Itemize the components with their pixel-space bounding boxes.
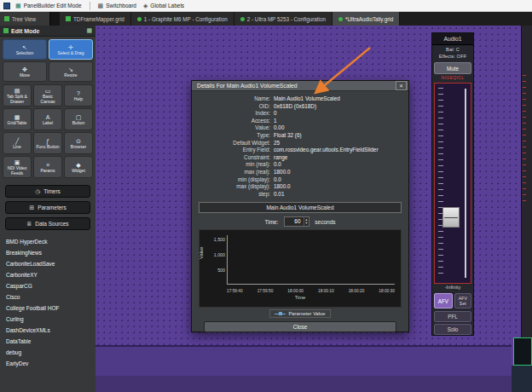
- tool-label: Line: [12, 145, 21, 150]
- canvas-band-lower[interactable]: [95, 376, 512, 392]
- tool-button[interactable]: ✥ Move: [3, 61, 47, 82]
- right-edge-panel[interactable]: [521, 26, 532, 337]
- field-label: min (real):: [199, 161, 274, 169]
- tree-item[interactable]: CarboniteLoadSave: [6, 258, 95, 269]
- dialog-title-bar[interactable]: Details For Main Audio1 VolumeScaled ✕: [192, 81, 408, 91]
- tool-label: Browser: [70, 145, 87, 150]
- menu-global-labels-label: Global Labels: [150, 3, 184, 9]
- field-label: Type:: [199, 132, 274, 140]
- tab-graphite-config[interactable]: 1 - Graphite M6 MP - Configuration: [131, 12, 234, 26]
- spinner-buttons: ▲ ▼: [304, 217, 309, 226]
- canvas-navy-block[interactable]: [512, 366, 532, 392]
- canvas-green-panel[interactable]: [513, 337, 532, 366]
- tab-tdframemapper[interactable]: TDFrameMapper.grid: [60, 12, 131, 26]
- tool-button[interactable]: ↘ Resize: [49, 61, 93, 82]
- field-value: 0.0: [274, 176, 281, 184]
- labels-icon: ◈: [143, 3, 147, 9]
- tool-button[interactable]: ▢ Button: [64, 108, 93, 130]
- tool-button[interactable]: ▣ NDI Video Feeds: [3, 156, 32, 178]
- menubar-divider: [90, 2, 90, 10]
- field-value: Main Audio1 VolumeScaled: [274, 95, 340, 103]
- tool-button[interactable]: ╱ Line: [3, 132, 32, 154]
- x-tick-label: 18:00:30: [379, 289, 395, 293]
- sidebar-header[interactable]: Edit Mode ▦: [0, 26, 95, 37]
- time-value[interactable]: 60: [285, 217, 304, 226]
- sidebar-title: Edit Mode: [11, 28, 39, 34]
- tab-ultraaudiotally[interactable]: *UltraAudioTally.grid: [332, 12, 400, 26]
- parameter-fields: Name: Main Audio1 VolumeScaled OID: 0x61…: [199, 95, 402, 198]
- tree-item[interactable]: DashDeviceXMLs: [6, 325, 95, 336]
- field-value: 0.01: [274, 191, 284, 199]
- time-spinner[interactable]: 60 ▲ ▼: [284, 216, 310, 227]
- tree-item[interactable]: debug: [6, 347, 95, 358]
- field-label: Index:: [199, 110, 274, 118]
- field-value: range: [274, 154, 287, 162]
- tree-item[interactable]: College Football HOF: [6, 303, 95, 314]
- field-value: 25: [274, 140, 280, 147]
- menu-global-labels[interactable]: ◈ Global Labels: [142, 3, 186, 9]
- field-value: 1800.0: [274, 183, 291, 191]
- section-button[interactable]: ≣ Data Sources: [5, 217, 90, 230]
- grid-icon: ▦: [86, 27, 92, 34]
- field-row: Access: 1: [199, 118, 402, 125]
- tool-button[interactable]: ✛ Select & Drag: [49, 39, 93, 60]
- field-label: Value:: [199, 124, 274, 132]
- y-tick-label: 1,500: [214, 237, 225, 242]
- panel-canvas[interactable]: Audio1 Bal: C Effects: OFF Mute NIGEQICL…: [95, 26, 532, 392]
- tree-item[interactable]: EarlyDev: [6, 358, 95, 369]
- volume-fader[interactable]: [434, 83, 471, 284]
- field-label: step:: [199, 191, 274, 199]
- tool-button[interactable]: ↖ Selection: [3, 39, 47, 60]
- tool-button[interactable]: ▤ Tab Split & Drawer: [3, 84, 32, 107]
- grid-file-icon: [66, 16, 71, 21]
- tool-label: Grid/Table: [7, 121, 28, 126]
- tool-button[interactable]: ≡ Params: [33, 156, 62, 178]
- tree-item[interactable]: Curling: [6, 314, 95, 325]
- tool-button[interactable]: ▦ Grid/Table: [3, 108, 32, 130]
- menu-switchboard-label: Switchboard: [106, 3, 136, 9]
- tool-label: Func Button: [36, 145, 61, 150]
- field-label: Access:: [199, 118, 274, 125]
- y-tick-label: 500: [217, 268, 225, 273]
- tree-item[interactable]: Cisco: [6, 291, 95, 303]
- close-icon[interactable]: ✕: [396, 81, 407, 90]
- field-label: max (real):: [199, 169, 274, 176]
- switchboard-icon: ▩: [98, 3, 104, 9]
- canvas-band-upper[interactable]: [95, 345, 512, 376]
- tree-item[interactable]: BreakingNews: [6, 247, 95, 258]
- time-row: Time: 60 ▲ ▼ seconds: [199, 216, 402, 227]
- afv-button[interactable]: AFV: [434, 293, 453, 308]
- tool-button[interactable]: A Label: [33, 108, 62, 130]
- afv-set-button[interactable]: AFV Set: [454, 293, 471, 308]
- field-label: Constraint:: [199, 154, 274, 162]
- tool-button[interactable]: ? Help: [64, 84, 93, 107]
- tree-item[interactable]: CarboniteXY: [6, 269, 95, 280]
- details-dialog: Details For Main Audio1 VolumeScaled ✕ N…: [191, 80, 409, 332]
- tree-item[interactable]: DataTable: [6, 336, 95, 347]
- mute-button[interactable]: Mute: [434, 62, 471, 74]
- tool-button[interactable]: ◆ Widget: [64, 156, 93, 178]
- spin-down-icon[interactable]: ▼: [305, 222, 309, 225]
- fader-handle[interactable]: [442, 207, 460, 228]
- close-button[interactable]: Close: [204, 321, 396, 332]
- section-button[interactable]: ⊞ Parameters: [5, 201, 90, 214]
- tab-tree-view[interactable]: Tree View: [0, 12, 51, 26]
- tree-item[interactable]: BMD HyperDeck: [6, 236, 95, 247]
- pfl-button[interactable]: PFL: [434, 311, 471, 322]
- solo-button[interactable]: Solo: [434, 324, 471, 335]
- audio1-panel: Audio1 Bal: C Effects: OFF Mute NIGEQICL…: [431, 32, 474, 336]
- tree-item[interactable]: CasparCG: [6, 280, 95, 291]
- tab-ultra-config[interactable]: 2 - Ultra MP 5253 - Configuration: [234, 12, 332, 26]
- section-button[interactable]: ◷ Timers: [5, 185, 90, 198]
- legend-line-icon: [275, 314, 286, 314]
- tool-button[interactable]: ⊙ Browser: [64, 132, 93, 154]
- audio-effects-label: Effects: OFF: [432, 54, 473, 61]
- legend-row: Parameter Value: [199, 309, 402, 318]
- menu-panelbuilder[interactable]: ▦ PanelBuilder Edit Mode: [14, 3, 84, 9]
- afv-row: AFV AFV Set: [434, 293, 471, 308]
- status-dot-icon: [240, 17, 245, 21]
- tool-button[interactable]: ƒ Func Button: [33, 132, 62, 154]
- tool-button[interactable]: ▭ Basic Canvas: [33, 84, 62, 107]
- y-tick-label: 1,000: [214, 252, 225, 257]
- menu-switchboard[interactable]: ▩ Switchboard: [96, 3, 138, 9]
